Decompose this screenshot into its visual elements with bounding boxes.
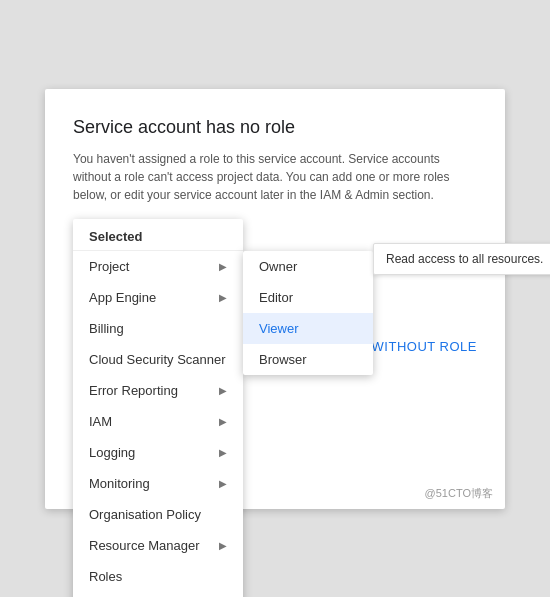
menu-item-label: Resource Manager [89,538,200,553]
menu-item[interactable]: Service Accounts▶ [73,592,243,598]
main-card: Service account has no role You haven't … [45,89,505,509]
dropdown-container: Selected Project▶App Engine▶BillingCloud… [73,219,373,598]
submenu-item[interactable]: Owner [243,251,373,282]
menu-item-label: Monitoring [89,476,150,491]
menu-item[interactable]: Resource Manager▶ [73,530,243,561]
submenu-arrow-icon: ▶ [219,540,227,551]
menu-item[interactable]: Cloud Security Scanner [73,344,243,375]
submenu-arrow-icon: ▶ [219,416,227,427]
card-title: Service account has no role [73,117,477,138]
menu-item-label: Billing [89,321,124,336]
main-menu: Selected Project▶App Engine▶BillingCloud… [73,219,243,598]
watermark: @51CTO博客 [425,486,493,501]
menu-item-label: Error Reporting [89,383,178,398]
card-description: You haven't assigned a role to this serv… [73,150,477,204]
submenu-arrow-icon: ▶ [219,447,227,458]
submenu: OwnerEditorViewerBrowser [243,251,373,375]
menu-item-label: Organisation Policy [89,507,201,522]
menu-item[interactable]: Organisation Policy [73,499,243,530]
viewer-tooltip: Read access to all resources. [373,243,550,275]
menu-item[interactable]: Roles [73,561,243,592]
menu-item-label: Logging [89,445,135,460]
submenu-arrow-icon: ▶ [219,261,227,272]
menu-item[interactable]: Project▶ [73,251,243,282]
menu-item[interactable]: Error Reporting▶ [73,375,243,406]
submenu-arrow-icon: ▶ [219,478,227,489]
submenu-item[interactable]: Editor [243,282,373,313]
menu-item-label: IAM [89,414,112,429]
submenu-arrow-icon: ▶ [219,292,227,303]
submenu-wrapper: OwnerEditorViewerBrowser Read access to … [243,219,373,598]
menu-item-label: Project [89,259,129,274]
menu-item-label: Cloud Security Scanner [89,352,226,367]
submenu-arrow-icon: ▶ [219,385,227,396]
menu-item-label: Roles [89,569,122,584]
menu-item[interactable]: Billing [73,313,243,344]
submenu-item[interactable]: Browser [243,344,373,375]
menu-section-header: Selected [73,219,243,251]
menu-item[interactable]: Logging▶ [73,437,243,468]
submenu-item[interactable]: Viewer [243,313,373,344]
menu-item[interactable]: App Engine▶ [73,282,243,313]
menu-item[interactable]: Monitoring▶ [73,468,243,499]
menu-item[interactable]: IAM▶ [73,406,243,437]
menu-item-label: App Engine [89,290,156,305]
